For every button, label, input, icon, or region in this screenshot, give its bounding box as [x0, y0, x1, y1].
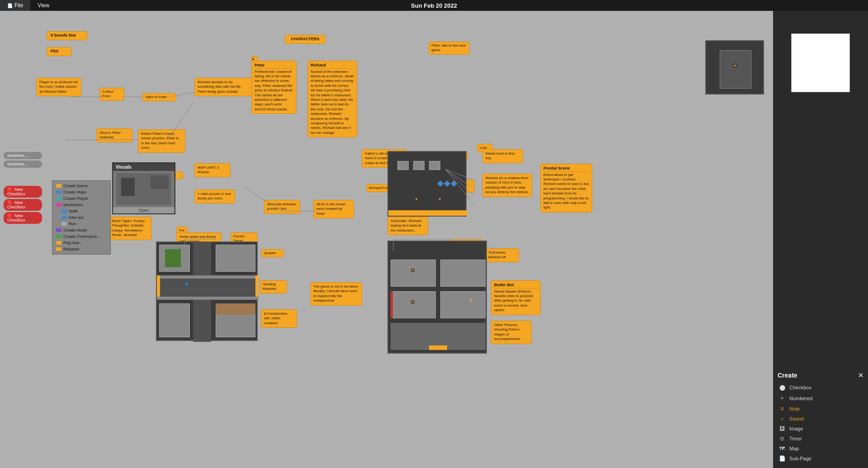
room1-node — [411, 269, 415, 272]
create-maps-item[interactable]: Create Maps — [54, 189, 108, 195]
left-panel: Sommins... Sommins... 🔴 New Checkbox 🔴 N… — [0, 22, 45, 229]
sandy-area — [216, 303, 255, 315]
quarter-node[interactable]: Quarter — [261, 249, 284, 257]
create-panel: Create ✕ ⬤ Checkbox ＋ Numbered ≡ Note ♪ … — [773, 367, 868, 468]
plot-node[interactable]: Plot — [47, 47, 71, 56]
file-menu[interactable]: 📄 File — [0, 0, 30, 11]
create-numbered-item[interactable]: ＋ Numbered — [778, 392, 863, 404]
mechanics-item[interactable]: Mechanics — [54, 202, 108, 208]
sommins2-btn[interactable]: Sommins... — [4, 161, 42, 168]
create-music-item[interactable]: Create Music — [54, 227, 108, 233]
create-timer-item[interactable]: ⊙ Timer — [778, 434, 863, 444]
shut-in-node[interactable]: Shut-In Peter Hollands — [96, 128, 132, 142]
player-dot — [185, 282, 189, 286]
sidewalk-bottom — [157, 297, 259, 300]
house-room4 — [440, 291, 486, 318]
other-pictures-node[interactable]: Other Pictures, showing Peter's stages o… — [491, 321, 532, 344]
create-checkbox-item[interactable]: ⬤ Checkbox — [778, 383, 863, 392]
road-vertical — [193, 242, 211, 342]
house-room1 — [391, 260, 436, 287]
alternate-node[interactable]: Alternate between puzzle / lore — [264, 200, 300, 214]
view-menu[interactable]: View — [30, 0, 57, 11]
enters-house-node[interactable]: Enters Peter's house solves puzzles. Pet… — [138, 129, 185, 153]
run-item[interactable]: Run — [54, 221, 108, 227]
richard-shadow-node[interactable]: Richard (or a shadow-form version of him… — [482, 174, 532, 197]
create-player-item[interactable]: Create Player — [54, 195, 108, 202]
create-subpage-item[interactable]: 📄 Sub-Page — [778, 454, 863, 463]
restaurant-node1 — [438, 197, 442, 201]
window-title: Sun Feb 20 2022 — [411, 2, 457, 9]
cinematic-richard-node[interactable]: Cinematic: Richard saying he's back at t… — [387, 217, 428, 235]
menubar: 📄 File View Sun Feb 20 2022 — [0, 0, 868, 11]
create-image-item[interactable]: 🖼 Image — [778, 424, 863, 434]
walk-item[interactable]: Walk — [54, 208, 108, 214]
butler-bot-node[interactable]: Butler Bot Needs Master (Peter)'s favori… — [491, 280, 541, 315]
walk-icon — [61, 209, 67, 213]
street-map — [156, 241, 258, 341]
timer-icon: ⊙ — [778, 435, 786, 442]
main-puzzle-node[interactable]: 1 main puzzle or lore dump per room. — [194, 189, 235, 203]
collect-from-node[interactable]: Collect From — [99, 88, 124, 101]
to-kitchen-node[interactable]: To KItchen, blocked off — [485, 248, 519, 262]
main-canvas: It breeds fear Plot Player is an Enforce… — [0, 11, 868, 468]
create-cinematics-item[interactable]: Create Cinematics... — [54, 233, 108, 240]
create-note-item[interactable]: ≡ Note — [778, 404, 863, 414]
construction-node[interactable]: $ Construction site: holes creation/ — [261, 309, 297, 328]
sound-icon: ♪ — [778, 416, 786, 422]
richard-desc: Scared of the unknown. Works as a enforc… — [311, 70, 354, 135]
richard-decides-node[interactable]: Richard decides to do something else wit… — [194, 78, 253, 96]
white-box-right — [791, 33, 850, 92]
diamond2 — [444, 180, 450, 187]
view-menu-label: View — [38, 2, 49, 9]
release-icon — [56, 247, 61, 251]
table1 — [397, 161, 409, 170]
visuals-panel: Visuals Open — [112, 162, 175, 214]
visuals-footer[interactable]: Open — [113, 207, 175, 213]
play-test-item[interactable]: Play-test... — [54, 240, 108, 246]
peter-talk-node[interactable]: Peter: talk to him and game — [429, 42, 469, 55]
game-context-menu: Create Game Create Maps Create Player Me… — [52, 180, 111, 255]
file-menu-label: File — [14, 2, 23, 9]
new-checkbox1-btn[interactable]: 🔴 New Checkbox — [4, 186, 42, 198]
building-bl — [159, 303, 190, 337]
talks-to-peter-node[interactable]: Talks to Peter — [142, 93, 176, 101]
table2 — [413, 161, 425, 170]
new-checkbox2-btn[interactable]: 🔴 New Checkbox — [4, 199, 42, 211]
mini-player — [733, 64, 737, 67]
waste-food-node[interactable]: Waste food to find key — [482, 149, 523, 163]
building-tl-green — [165, 249, 181, 267]
release-item[interactable]: Release! — [54, 246, 108, 252]
create-close-btn[interactable]: ✕ — [858, 372, 863, 379]
restaurant-bar — [388, 210, 467, 216]
pivotal-scene-node[interactable]: Pivotal Scene Robot about to get destroy… — [540, 164, 592, 213]
create-game-item[interactable]: Create Game — [54, 183, 108, 189]
create-sound-item[interactable]: ♪ Sound — [778, 414, 863, 424]
map-limit-node[interactable]: MAP LIMIT: 2 Rooms — [194, 163, 231, 177]
building-tr — [216, 245, 255, 272]
new-checkbox3-btn[interactable]: 🔴 New Checkbox — [4, 212, 42, 224]
breeds-fear-node[interactable]: It breeds fear — [47, 31, 87, 40]
game-not-literal-node[interactable]: The game is not to be taken literally; I… — [310, 282, 362, 306]
create-map-item[interactable]: 🗺 Map — [778, 444, 863, 454]
restaurant-map — [387, 151, 467, 217]
create-cinematics-icon — [56, 235, 61, 238]
checkbox-icon: ⬤ — [778, 384, 786, 391]
play-test-icon — [56, 241, 61, 245]
peter-title-node[interactable]: Peter Perfectionist: scared of failing. … — [251, 61, 297, 114]
room2-node — [411, 300, 415, 304]
richard-title-node[interactable]: Richard Scared of the unknown. Works as … — [307, 61, 357, 137]
music-types-node[interactable]: Music Types -Funky / Thoughtful -Outside… — [108, 217, 151, 240]
sommins1-btn[interactable]: Sommins... — [4, 152, 42, 159]
richard-title: Richard — [311, 63, 354, 69]
create-panel-title: Create ✕ — [778, 372, 863, 379]
visuals-body — [113, 171, 175, 207]
characters-header[interactable]: CHARACTERS — [285, 35, 326, 44]
interact-item[interactable]: Inter-act — [54, 214, 108, 221]
diamond3 — [451, 180, 457, 187]
mini-room — [720, 50, 751, 89]
vending-machine-node[interactable]: Vending Machine — [260, 280, 287, 293]
all-ai-node[interactable]: All AI in the house were created by Pete… — [313, 200, 354, 218]
top-right-map — [705, 40, 764, 95]
run-icon — [61, 222, 67, 226]
create-player-icon — [56, 197, 61, 200]
